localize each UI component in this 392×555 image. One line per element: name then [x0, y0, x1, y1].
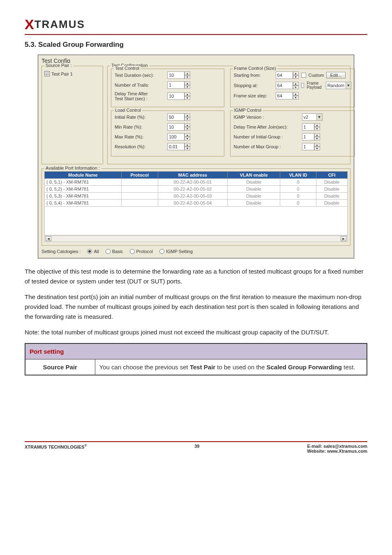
delay-join-input[interactable]: 1▲▼ — [302, 123, 320, 131]
initial-group-label: Number of Initial Group : — [234, 134, 300, 139]
step-label: Frame size step: — [234, 93, 273, 98]
spinner-icon[interactable]: ▲▼ — [293, 92, 299, 99]
trails-label: Number of Trails: — [115, 83, 165, 88]
section-heading: 5.3. Scaled Group Forwarding — [25, 41, 367, 49]
source-pair-cell: Source Pair — [25, 359, 95, 375]
stopping-input[interactable]: 64▲▼ — [276, 82, 299, 89]
col-vlan-enable: VLAN enable — [228, 172, 280, 179]
max-group-input[interactable]: 1▲▼ — [302, 143, 320, 150]
radio-all[interactable]: All — [87, 249, 99, 254]
test-control-label: Test Control — [114, 66, 141, 71]
resolution-input[interactable]: 0.01▲▼ — [167, 143, 190, 150]
igmp-label: IGMP Control — [233, 108, 263, 113]
radio-igmp[interactable]: IGMP Setting — [159, 249, 193, 254]
source-pair-item[interactable]: ☑ Test Pair 1 — [44, 71, 100, 76]
min-rate-label: Min Rate (%): — [115, 124, 165, 129]
table-row[interactable]: ( 0, 5,1) - XM-RM78100-22-A2-00-05-01Dis… — [45, 179, 348, 186]
igmp-control-box: IGMP Control IGMP Version : v2 ▼ De — [230, 111, 355, 157]
initial-rate-input[interactable]: 50▲▼ — [167, 113, 190, 121]
custom-checkbox[interactable] — [301, 73, 306, 78]
setting-categories-row: Setting Catologies : All Basic Protocol … — [42, 249, 350, 254]
table-row[interactable]: ( 0, 5,4) - XM-RM78100-22-A2-00-05-04Dis… — [45, 200, 348, 207]
spinner-icon[interactable]: ▲▼ — [314, 123, 320, 131]
duration-input[interactable]: 10 ▲▼ — [167, 71, 190, 79]
spinner-icon[interactable]: ▲▼ — [293, 71, 299, 79]
available-port-box: Available Port Information : Module Name… — [42, 168, 350, 246]
test-pair-label: Test Pair 1 — [51, 71, 73, 76]
source-pair-box: Source Pair : ☑ Test Pair 1 — [42, 66, 103, 164]
test-control-box: Test Control Test Duration (sec): 10 ▲▼ — [111, 69, 224, 107]
paragraph-3: Note: the total number of multicast grou… — [25, 327, 367, 337]
spinner-icon[interactable]: ▲▼ — [184, 71, 190, 79]
page-number: 39 — [194, 444, 199, 449]
radio-protocol[interactable]: Protocol — [130, 249, 153, 254]
col-module: Module Name — [45, 172, 122, 179]
registered-icon: ® — [84, 444, 87, 447]
spinner-icon[interactable]: ▲▼ — [184, 143, 190, 150]
stopping-label: Stopping at: — [234, 83, 273, 88]
max-group-label: Number of Max Group : — [234, 144, 300, 149]
chevron-down-icon[interactable]: ▼ — [346, 82, 350, 89]
frame-control-label: Frame Control (Size) — [233, 66, 277, 71]
max-rate-label: Max Rate (%): — [115, 134, 165, 139]
spinner-icon[interactable]: ▲▼ — [184, 133, 190, 140]
table-row[interactable]: ( 0, 5,2) - XM-RM78100-22-A2-00-05-02Dis… — [45, 186, 348, 193]
test-config-panel: Test Config Source Pair : ☑ Test Pair 1 … — [38, 55, 354, 258]
spinner-icon[interactable]: ▲▼ — [184, 92, 190, 100]
port-table: Module Name Protocol MAC address VLAN en… — [44, 171, 348, 207]
initial-group-input[interactable]: 1▲▼ — [302, 133, 320, 140]
igmp-version-select[interactable]: v2 ▼ — [302, 113, 323, 121]
paragraph-2: The destination test port(s) join an ini… — [25, 292, 367, 322]
panel-title: Test Config — [42, 58, 350, 64]
logo-x: X — [25, 16, 34, 32]
scroll-left-icon[interactable]: ◄ — [46, 236, 51, 241]
load-control-label: Load Control — [114, 108, 142, 113]
spinner-icon[interactable]: ▲▼ — [314, 133, 320, 140]
trails-input[interactable]: 1 ▲▼ — [167, 81, 190, 89]
source-pair-desc: You can choose the previous set Test Pai… — [95, 359, 367, 375]
footer-company: XTRAMUS TECHNOLOGIES — [25, 444, 84, 449]
scroll-right-icon[interactable]: ► — [341, 236, 346, 241]
igmp-version-label: IGMP Version : — [234, 115, 300, 120]
col-cfi: CFI — [316, 172, 348, 179]
frame-control-box: Frame Control (Size) Starting from: 64▲▼… — [230, 69, 355, 107]
col-mac: MAC address — [158, 172, 227, 179]
available-port-label: Available Port Information : — [44, 166, 101, 170]
step-input[interactable]: 64▲▼ — [276, 92, 299, 99]
min-rate-input[interactable]: 10▲▼ — [167, 123, 190, 131]
port-setting-table: Port setting Source Pair You can choose … — [25, 343, 367, 375]
source-pair-label: Source Pair : — [44, 63, 73, 68]
col-protocol: Protocol — [121, 172, 158, 179]
delay-join-label: Delay Time After Join(sec): — [234, 124, 300, 129]
logo-header: X TRAMUS — [25, 16, 367, 35]
spinner-icon[interactable]: ▲▼ — [184, 113, 190, 121]
frame-payload-checkbox[interactable] — [301, 83, 304, 88]
checkbox-checked-icon[interactable]: ☑ — [44, 71, 50, 76]
load-control-box: Load Control Initial Rate (%): 50▲▼ Min … — [111, 111, 224, 157]
edit-button[interactable]: Edit... — [326, 72, 345, 78]
spinner-icon[interactable]: ▲▼ — [184, 123, 190, 131]
random-select[interactable]: Random ▼ — [326, 82, 351, 89]
paragraph-1: The objective of this test mode is to de… — [25, 267, 367, 286]
spinner-icon[interactable]: ▲▼ — [184, 81, 190, 89]
spinner-icon[interactable]: ▲▼ — [293, 82, 299, 89]
initial-rate-label: Initial Rate (%): — [115, 115, 165, 120]
setting-categories-label: Setting Catologies : — [42, 249, 81, 254]
resolution-label: Resolution (%): — [115, 144, 165, 149]
delay-input[interactable]: 10 ▲▼ — [167, 92, 190, 100]
starting-label: Starting from: — [234, 73, 273, 78]
delay-label1: Delay Time After — [115, 91, 148, 96]
table-row[interactable]: ( 0, 5,3) - XM-RM78100-22-A2-00-05-03Dis… — [45, 193, 348, 200]
max-rate-input[interactable]: 100▲▼ — [167, 133, 190, 140]
radio-basic[interactable]: Basic — [106, 249, 123, 254]
footer-email: E-mail: sales@xtramus.com — [307, 444, 367, 449]
port-setting-header: Port setting — [25, 343, 367, 359]
col-vlan-id: VLAN ID — [280, 172, 316, 179]
spinner-icon[interactable]: ▲▼ — [314, 143, 320, 150]
horizontal-scrollbar[interactable]: ◄ ► — [44, 235, 348, 242]
frame-payload-label: Frame Payload — [307, 81, 323, 90]
test-configuration-box: Test Configuration Test Control Test Dur… — [107, 66, 350, 164]
delay-label2: Test Start (sec) : — [115, 96, 148, 101]
chevron-down-icon[interactable]: ▼ — [316, 114, 322, 120]
starting-input[interactable]: 64▲▼ — [276, 71, 299, 79]
